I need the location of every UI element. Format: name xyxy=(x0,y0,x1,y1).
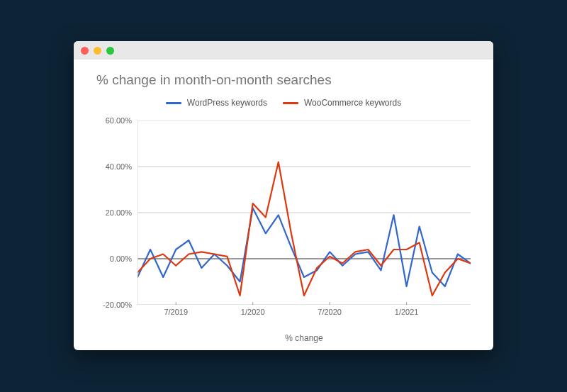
x-tick-label: 7/2020 xyxy=(318,308,342,316)
y-tick-label: 20.00% xyxy=(89,208,132,217)
y-tick-label: -20.00% xyxy=(89,301,132,309)
y-tick-label: 60.00% xyxy=(89,116,132,125)
legend-label: WordPress keywords xyxy=(187,98,267,108)
window-zoom-icon[interactable] xyxy=(106,47,114,55)
legend-swatch-icon xyxy=(283,102,298,104)
window-minimize-icon[interactable] xyxy=(94,47,101,55)
chart-legend: WordPress keywords WooCommerce keywords xyxy=(74,98,493,108)
x-tick-label: 1/2020 xyxy=(241,308,265,316)
chart-svg xyxy=(137,121,471,305)
x-tick-label: 1/2021 xyxy=(395,308,419,316)
titlebar xyxy=(74,41,493,60)
y-tick-label: 0.00% xyxy=(89,254,132,263)
y-tick-label: 40.00% xyxy=(89,162,132,171)
window-content: % change in month-on-month searches Word… xyxy=(74,60,493,350)
legend-item-wordpress[interactable]: WordPress keywords xyxy=(166,98,267,108)
app-window: % change in month-on-month searches Word… xyxy=(74,41,493,350)
chart-title: % change in month-on-month searches xyxy=(96,72,332,88)
x-tick-label: 7/2019 xyxy=(164,308,188,316)
chart-plot: % change 60.00%40.00%20.00%0.00%-20.00%7… xyxy=(137,121,471,305)
x-axis-label: % change xyxy=(137,333,471,343)
legend-swatch-icon xyxy=(166,102,181,104)
legend-item-woocommerce[interactable]: WooCommerce keywords xyxy=(283,98,401,108)
window-close-icon[interactable] xyxy=(81,47,89,55)
legend-label: WooCommerce keywords xyxy=(304,98,401,108)
